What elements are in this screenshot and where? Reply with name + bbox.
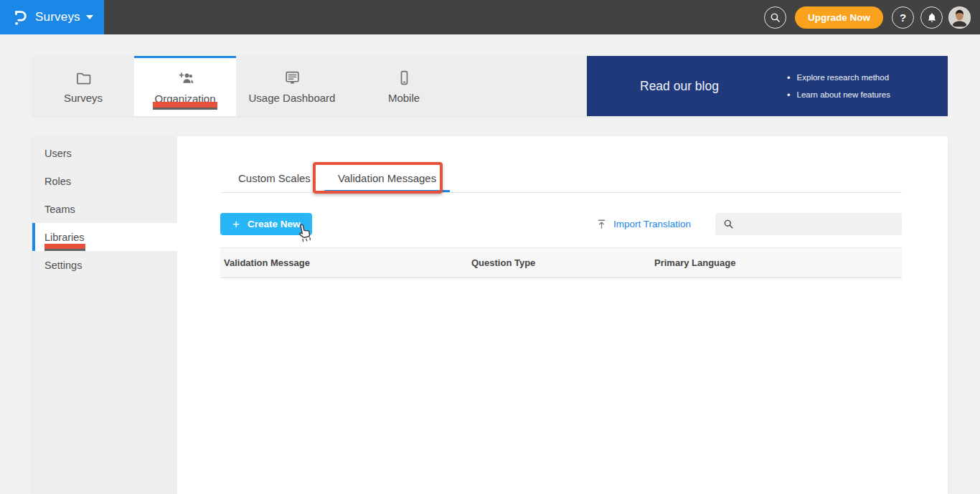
help-button[interactable]: ? [892,6,914,29]
upgrade-button[interactable]: Upgrade Now [795,6,883,29]
search-icon [722,218,735,230]
search-box[interactable] [715,213,902,235]
group-add-icon [176,70,194,87]
notifications-button[interactable] [920,6,943,29]
bell-icon [926,11,938,24]
search-icon [769,11,781,24]
module-nav: Surveys Organization [32,56,948,116]
module-tab-label: Organization [154,92,215,105]
table-header-row: Validation Message Question Type Primary… [220,247,902,278]
topbar-actions: Upgrade Now ? [764,6,980,29]
blog-title: Read our blog [640,79,719,94]
module-tab-mobile[interactable]: Mobile [348,56,460,116]
question-mark-icon: ? [900,12,906,23]
avatar-photo-icon [949,7,970,28]
annotation-underline-libraries [44,244,85,249]
blog-bullet: Learn about new features [787,90,890,100]
toolbar: + Create New Import Translation [220,213,902,235]
toolbar-right: Import Translation [596,213,902,235]
module-tab-organization[interactable]: Organization [134,56,236,116]
search-input[interactable] [735,218,902,230]
libraries-content: Custom Scales Validation Messages + Crea… [177,136,948,494]
sidebar-item-settings[interactable]: Settings [32,251,177,279]
tab-validation-messages[interactable]: Validation Messages [324,163,450,192]
plus-icon: + [232,218,240,230]
module-tab-label: Surveys [64,92,103,104]
sidebar-item-users[interactable]: Users [32,139,177,167]
app-name: Surveys [35,10,80,24]
column-header-question-type: Question Type [471,257,654,268]
sidebar-item-libraries[interactable]: Libraries [32,223,177,251]
chevron-down-icon [86,15,93,19]
upload-icon [596,218,607,230]
main-panel: Users Roles Teams Libraries Settings Cus… [32,136,948,494]
folder-icon [75,69,93,87]
user-avatar[interactable] [948,6,971,29]
sidebar-item-roles[interactable]: Roles [32,167,177,195]
app-switcher[interactable]: Surveys [0,0,104,34]
top-header: Surveys Upgrade Now ? [0,0,980,34]
module-tab-usage-dashboard[interactable]: Usage Dashboard [236,56,348,116]
smartphone-icon [395,69,413,87]
blog-bullet-list: Explore research method Learn about new … [787,72,890,100]
create-new-button[interactable]: + Create New [220,213,312,235]
tab-custom-scales[interactable]: Custom Scales [225,163,324,192]
module-tab-label: Usage Dashboard [249,92,336,104]
import-translation-link[interactable]: Import Translation [596,218,691,230]
search-button[interactable] [764,6,786,29]
column-header-primary-language: Primary Language [654,257,902,268]
blog-panel[interactable]: Read our blog Explore research method Le… [587,56,948,116]
dashboard-icon [283,69,301,87]
questionpro-logo-icon [12,8,28,27]
library-tabs: Custom Scales Validation Messages [220,163,902,193]
column-header-validation-message: Validation Message [220,257,471,268]
module-tab-surveys[interactable]: Surveys [32,56,134,116]
module-tabs: Surveys Organization [32,56,587,116]
blog-bullet: Explore research method [787,72,890,83]
settings-sidebar: Users Roles Teams Libraries Settings [32,136,177,494]
sidebar-item-teams[interactable]: Teams [32,195,177,223]
module-tab-label: Mobile [388,92,420,104]
